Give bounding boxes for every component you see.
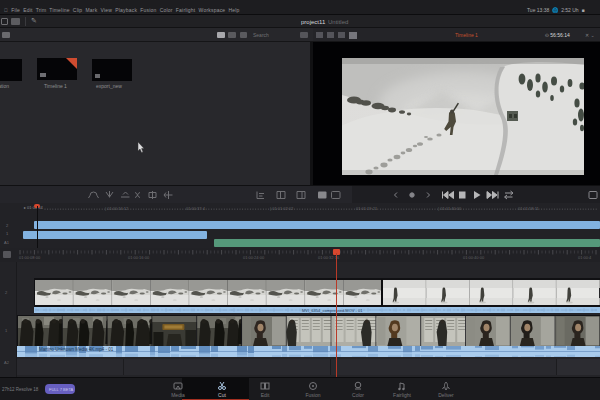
svg-text:MVI_6354_compressed.MOV - 01: MVI_6354_compressed.MOV - 01 xyxy=(302,308,363,313)
svg-text:Martino Unknown Media 4K.mp4 -: Martino Unknown Media 4K.mp4 - 01 xyxy=(39,347,114,352)
